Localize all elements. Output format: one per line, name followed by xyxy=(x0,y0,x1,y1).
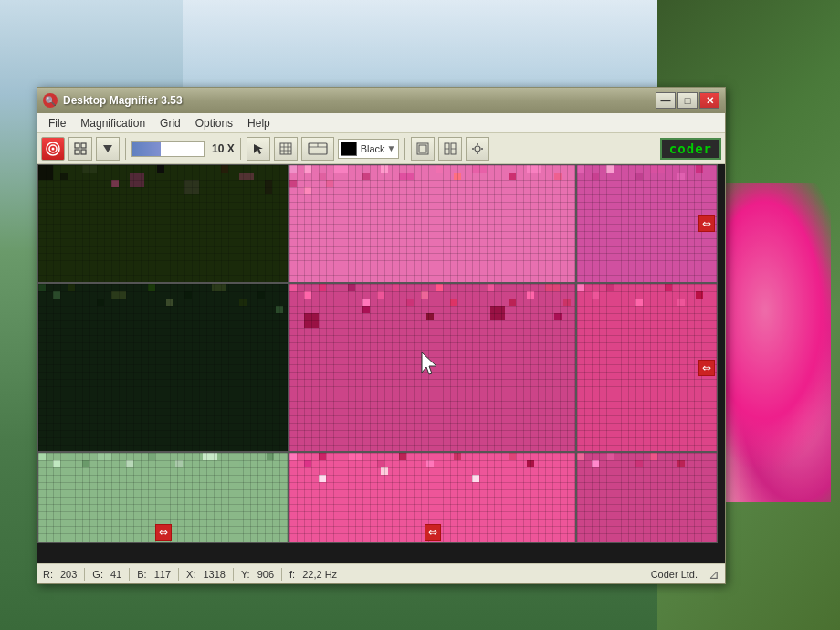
svg-rect-133 xyxy=(454,453,461,460)
dropdown-button[interactable] xyxy=(96,137,120,161)
company-name: Coder Ltd. xyxy=(651,569,698,580)
view-button-2[interactable] xyxy=(438,137,462,161)
menu-magnification[interactable]: Magnification xyxy=(73,115,152,131)
pixel-svg-1-1 xyxy=(289,284,575,451)
resize-grip[interactable]: ⊿ xyxy=(709,567,719,582)
zoom-label: 10 X xyxy=(212,142,235,155)
svg-rect-111 xyxy=(696,291,703,299)
svg-rect-117 xyxy=(97,453,111,460)
scroll-handle-bottom-left[interactable]: ⇔ xyxy=(155,524,172,541)
svg-rect-141 xyxy=(577,453,584,460)
zoom-slider[interactable] xyxy=(131,141,205,157)
svg-rect-138 xyxy=(381,467,388,475)
f-label: f: xyxy=(289,569,295,580)
magnified-cell-1-2: ⇔ xyxy=(576,283,718,452)
pixel-svg-1-0 xyxy=(38,284,288,451)
cell-content-0-1 xyxy=(289,165,575,282)
grid-button[interactable] xyxy=(68,137,92,161)
svg-rect-119 xyxy=(148,453,155,460)
svg-rect-127 xyxy=(319,453,326,460)
target-button[interactable] xyxy=(41,137,65,161)
grid-tool-button[interactable] xyxy=(274,137,298,161)
scroll-handle-bottom-center[interactable]: ⇔ xyxy=(425,524,441,541)
toolbar-separator-3 xyxy=(404,138,405,160)
status-div-3 xyxy=(178,568,179,581)
minimize-button[interactable]: — xyxy=(656,92,676,109)
svg-rect-5 xyxy=(75,150,79,154)
status-bar: R: 203 G: 41 B: 117 X: 1318 Y: 906 f: 22… xyxy=(37,563,725,583)
status-div-1 xyxy=(84,568,85,581)
svg-rect-116 xyxy=(82,460,89,467)
coder-logo: coder xyxy=(660,138,721,160)
view-button-1[interactable] xyxy=(411,137,435,161)
menu-file[interactable]: File xyxy=(41,115,73,131)
svg-rect-55 xyxy=(304,187,311,194)
svg-rect-85 xyxy=(377,291,384,299)
zoom-slider-fill xyxy=(132,142,161,156)
svg-rect-74 xyxy=(212,284,226,291)
svg-rect-109 xyxy=(665,284,672,291)
scroll-handle-right-mid[interactable]: ⇔ xyxy=(698,360,715,376)
svg-rect-39 xyxy=(265,180,272,194)
app-icon: 🔍 xyxy=(43,93,58,108)
cell-content-1-2 xyxy=(577,284,717,451)
arrow-tool-button[interactable] xyxy=(247,137,270,161)
svg-rect-76 xyxy=(257,291,265,299)
svg-rect-92 xyxy=(487,284,494,291)
svg-rect-60 xyxy=(606,165,614,173)
status-div-2 xyxy=(129,568,130,581)
color-selector[interactable]: Black ▼ xyxy=(338,139,399,159)
svg-rect-80 xyxy=(304,291,311,299)
settings-icon xyxy=(471,142,484,155)
svg-rect-67 xyxy=(53,291,60,299)
maximize-button[interactable]: □ xyxy=(677,92,698,109)
svg-rect-46 xyxy=(381,165,388,173)
svg-rect-113 xyxy=(38,453,46,460)
svg-rect-96 xyxy=(563,299,571,306)
view-icon-2 xyxy=(444,142,457,155)
svg-rect-91 xyxy=(465,291,479,299)
b-label: B: xyxy=(137,569,146,580)
svg-rect-126 xyxy=(304,460,311,467)
capture-button[interactable] xyxy=(301,137,334,161)
svg-rect-114 xyxy=(53,460,60,467)
svg-rect-71 xyxy=(148,284,155,291)
g-label: G: xyxy=(92,569,103,580)
svg-rect-139 xyxy=(472,475,479,482)
magnified-cell-2-2 xyxy=(576,452,718,543)
settings-button[interactable] xyxy=(466,137,489,161)
svg-rect-9 xyxy=(280,143,291,154)
svg-marker-8 xyxy=(254,144,263,154)
y-label: Y: xyxy=(241,569,250,580)
cell-content-0-2 xyxy=(577,165,717,282)
svg-rect-144 xyxy=(635,460,643,467)
pixel-svg-0-1 xyxy=(289,165,575,282)
svg-rect-57 xyxy=(577,165,717,282)
svg-rect-107 xyxy=(635,299,643,306)
x-label: X: xyxy=(186,569,195,580)
svg-rect-64 xyxy=(696,165,703,173)
menu-help[interactable]: Help xyxy=(240,115,278,131)
svg-rect-3 xyxy=(75,143,79,148)
svg-rect-146 xyxy=(677,460,685,467)
svg-rect-125 xyxy=(289,453,297,460)
svg-rect-72 xyxy=(166,299,173,306)
svg-rect-93 xyxy=(509,299,516,306)
svg-rect-120 xyxy=(175,460,183,467)
svg-rect-32 xyxy=(82,165,97,173)
svg-rect-82 xyxy=(333,291,341,299)
magnified-cell-0-1 xyxy=(289,164,576,283)
svg-rect-118 xyxy=(126,460,133,467)
menu-options[interactable]: Options xyxy=(188,115,240,131)
magnified-cell-1-1 xyxy=(289,283,576,452)
svg-rect-84 xyxy=(362,299,370,306)
pixel-svg-0-2 xyxy=(577,165,717,282)
scroll-handle-right-top[interactable]: ⇔ xyxy=(698,215,715,232)
svg-rect-70 xyxy=(111,291,126,299)
magnified-cell-1-0 xyxy=(37,283,289,452)
magnified-content: ⇔ xyxy=(37,164,725,563)
svg-rect-108 xyxy=(650,291,657,299)
menu-grid[interactable]: Grid xyxy=(152,115,188,131)
color-dropdown-arrow[interactable]: ▼ xyxy=(387,143,396,153)
close-button[interactable]: ✕ xyxy=(699,92,719,109)
